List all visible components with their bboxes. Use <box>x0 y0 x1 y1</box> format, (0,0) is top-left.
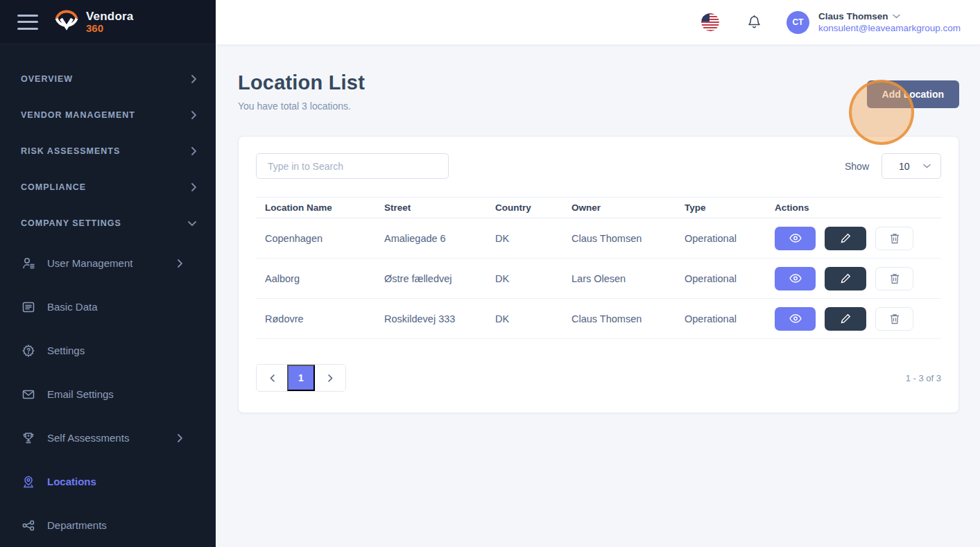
trophy-icon <box>21 431 36 445</box>
sidebar: Vendora 360 OVERVIEW VENDOR MANAGEMENT R… <box>0 0 216 547</box>
map-pin-icon <box>21 475 36 489</box>
sidebar-item-basic-data[interactable]: Basic Data <box>0 285 216 329</box>
pagination-range: 1 - 3 of 3 <box>906 373 941 383</box>
delete-button[interactable] <box>875 227 913 250</box>
notifications-button[interactable] <box>747 15 762 30</box>
cell-country: DK <box>486 218 562 259</box>
sidebar-item-settings[interactable]: Settings <box>0 329 216 372</box>
table-row: Rødovre Roskildevej 333 DK Claus Thomsen… <box>256 299 941 339</box>
edit-button[interactable] <box>825 227 866 250</box>
sidebar-item-overview[interactable]: OVERVIEW <box>0 61 216 97</box>
chevron-down-icon <box>923 164 931 168</box>
page-size-select[interactable]: 10 <box>882 153 941 179</box>
pencil-icon <box>841 313 851 324</box>
avatar[interactable]: CT <box>786 11 809 34</box>
table-row: Aalborg Østre fælledvej DK Lars Olesen O… <box>256 259 941 299</box>
edit-button[interactable] <box>825 307 866 331</box>
sidebar-item-self-assessments[interactable]: Self Assessments <box>0 416 216 460</box>
column-header-country: Country <box>486 198 562 218</box>
cell-type: Operational <box>676 218 766 259</box>
cell-street: Østre fælledvej <box>375 259 486 299</box>
view-button[interactable] <box>775 307 816 331</box>
sidebar-item-vendor-management[interactable]: VENDOR MANAGEMENT <box>0 97 216 133</box>
bell-icon <box>747 15 762 30</box>
sidebar-item-label: VENDOR MANAGEMENT <box>21 110 191 120</box>
sidebar-item-label: User Management <box>47 257 177 269</box>
us-flag-icon <box>701 13 719 31</box>
column-header-type: Type <box>676 198 766 218</box>
gear-question-icon <box>21 344 36 358</box>
chevron-down-icon <box>893 14 900 19</box>
sidebar-item-locations[interactable]: Locations <box>0 460 216 503</box>
pencil-icon <box>841 273 851 284</box>
table-row: Copenhagen Amaliegade 6 DK Claus Thomsen… <box>256 218 941 259</box>
add-location-button[interactable]: Add Location <box>867 80 959 108</box>
sidebar-item-label: Basic Data <box>47 301 182 313</box>
trash-icon <box>890 313 900 324</box>
cell-location-name: Copenhagen <box>256 218 375 259</box>
cell-street: Amaliegade 6 <box>375 218 486 259</box>
top-header: CT Claus Thomsen konsulent@leaveamarkgro… <box>216 0 980 45</box>
sidebar-item-label: OVERVIEW <box>21 74 191 84</box>
card-icon <box>21 300 36 314</box>
chevron-right-icon <box>177 434 182 442</box>
sidebar-item-user-management[interactable]: User Management <box>0 241 216 285</box>
table-footer: 1 1 - 3 of 3 <box>256 364 941 392</box>
sidebar-item-label: COMPLIANCE <box>21 182 191 192</box>
brand-suffix: 360 <box>86 23 133 34</box>
location-list-card: Show 10 Location Name Street Country Own… <box>238 136 959 413</box>
sidebar-item-email-settings[interactable]: Email Settings <box>0 372 216 416</box>
eye-icon <box>789 314 802 323</box>
sidebar-item-company-settings[interactable]: COMPANY SETTINGS <box>0 205 216 241</box>
cell-country: DK <box>486 259 562 299</box>
view-button[interactable] <box>775 267 816 290</box>
locations-table: Location Name Street Country Owner Type … <box>256 197 941 339</box>
cell-street: Roskildevej 333 <box>375 299 486 339</box>
user-menu[interactable]: Claus Thomsen konsulent@leaveamarkgroup.… <box>818 11 961 33</box>
sidebar-item-label: Email Settings <box>47 388 182 400</box>
view-button[interactable] <box>775 227 816 250</box>
cell-location-name: Aalborg <box>256 259 375 299</box>
eye-icon <box>789 274 802 283</box>
chevron-right-icon <box>191 111 196 119</box>
menu-toggle-icon[interactable] <box>17 15 38 30</box>
chevron-right-icon <box>191 75 196 83</box>
column-header-street: Street <box>375 198 486 218</box>
chevron-right-icon <box>191 183 196 191</box>
org-nodes-icon <box>21 519 36 532</box>
table-header-row: Location Name Street Country Owner Type … <box>256 198 941 218</box>
brand-logo[interactable]: Vendora 360 <box>53 9 133 35</box>
cell-country: DK <box>486 299 562 339</box>
column-header-location-name: Location Name <box>256 198 375 218</box>
column-header-owner: Owner <box>562 198 676 218</box>
language-flag-button[interactable] <box>701 13 719 31</box>
user-list-icon <box>21 257 36 270</box>
chevron-right-icon <box>191 147 196 155</box>
sidebar-item-risk-assessments[interactable]: RISK ASSESSMENTS <box>0 133 216 169</box>
chevron-right-icon <box>328 374 333 382</box>
sidebar-item-departments[interactable]: Departments <box>0 503 216 547</box>
sidebar-item-compliance[interactable]: COMPLIANCE <box>0 169 216 205</box>
search-input[interactable] <box>256 153 449 179</box>
cell-owner: Claus Thomsen <box>562 218 676 259</box>
eye-icon <box>789 234 802 243</box>
brand-row: Vendora 360 <box>0 0 216 44</box>
sidebar-item-label: RISK ASSESSMENTS <box>21 146 191 156</box>
main-area: CT Claus Thomsen konsulent@leaveamarkgro… <box>216 0 980 547</box>
page-content: Location List You have total 3 locations… <box>216 45 980 413</box>
pagination-page-1[interactable]: 1 <box>287 365 315 391</box>
edit-button[interactable] <box>825 267 866 290</box>
pagination-next-button[interactable] <box>315 365 345 391</box>
cell-location-name: Rødovre <box>256 299 375 339</box>
cell-type: Operational <box>676 259 766 299</box>
envelope-icon <box>21 388 36 401</box>
pagination: 1 <box>256 364 346 392</box>
page-subtitle: You have total 3 locations. <box>238 101 365 112</box>
delete-button[interactable] <box>875 267 913 290</box>
pagination-prev-button[interactable] <box>257 365 287 391</box>
user-name: Claus Thomsen <box>818 11 888 21</box>
trash-icon <box>890 233 900 244</box>
page-title: Location List <box>238 71 365 94</box>
delete-button[interactable] <box>875 307 913 331</box>
column-header-actions: Actions <box>766 198 941 218</box>
